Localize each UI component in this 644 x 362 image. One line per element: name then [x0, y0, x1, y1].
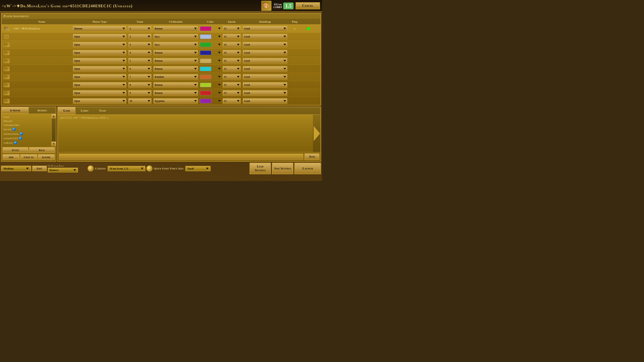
list-item[interactable]: LilRichi: [3, 141, 50, 145]
launch-button[interactable]: Launch: [294, 163, 321, 174]
civilization-dropdown[interactable]: Roman: [153, 26, 198, 31]
civilization-dropdown[interactable]: Egyptian: [153, 98, 198, 104]
tab-team[interactable]: Team: [94, 107, 111, 114]
list-item[interactable]: Coo1: [3, 115, 50, 119]
player-type-dropdown[interactable]: Open: [73, 74, 126, 80]
color-swatch[interactable]: [200, 34, 211, 39]
color-swatch[interactable]: [200, 59, 211, 63]
list-item[interactable]: kolan010203: [3, 136, 50, 141]
player-type-dropdown[interactable]: Open: [73, 98, 126, 104]
force-size-dropdown[interactable]: Small: [185, 166, 211, 171]
add-button[interactable]: Add: [3, 154, 20, 160]
color-swatch[interactable]: [200, 26, 211, 31]
handicap-dropdown[interactable]: Good: [243, 82, 287, 88]
cancel-button[interactable]: Cancel: [296, 2, 320, 9]
player-type-dropdown[interactable]: Open: [73, 34, 126, 39]
team-dropdown[interactable]: 3: [128, 42, 151, 48]
chat-input-row: Send: [58, 152, 320, 161]
list-item[interactable]: Discord: [3, 119, 50, 123]
color-swatch[interactable]: [200, 51, 211, 55]
civilization-dropdown[interactable]: Roman: [153, 58, 198, 64]
civilization-dropdown[interactable]: Inca: [153, 34, 198, 39]
edit-button[interactable]: Edit: [32, 166, 47, 171]
tab-buddies[interactable]: Buddies: [29, 107, 56, 114]
team-dropdown[interactable]: 10: [128, 98, 151, 104]
team-dropdown[interactable]: 5: [128, 58, 151, 64]
scroll-up[interactable]: ▲: [52, 114, 56, 118]
scroll-down[interactable]: ▼: [52, 142, 56, 146]
list-item[interactable]: GenialnyŻółw: [3, 123, 50, 127]
color-swatch[interactable]: [200, 91, 211, 95]
player-type-dropdown[interactable]: Open: [73, 50, 126, 56]
epoch-dropdown[interactable]: 13: [223, 58, 241, 64]
player-type-dropdown[interactable]: Open: [73, 66, 126, 72]
team-dropdown[interactable]: 2: [128, 34, 151, 39]
color-swatch[interactable]: [200, 42, 211, 47]
ignore-button[interactable]: Ignore: [38, 154, 55, 160]
civilization-dropdown[interactable]: Roman: [153, 66, 198, 72]
color-swatch[interactable]: [200, 67, 211, 71]
epoch-dropdown[interactable]: 13: [223, 74, 241, 80]
color-swatch[interactable]: [200, 75, 211, 79]
list-item[interactable]: julianyoreana: [3, 131, 50, 136]
team-dropdown[interactable]: 9: [128, 90, 151, 96]
handicap-dropdown[interactable]: Good: [243, 58, 287, 64]
civilization-dropdown[interactable]: Roman: [153, 50, 198, 56]
save-settings-button[interactable]: Save Settings: [272, 163, 293, 174]
epoch-dropdown[interactable]: 13: [223, 90, 241, 96]
team-dropdown[interactable]: 4: [128, 50, 151, 56]
player-type-dropdown[interactable]: Open: [73, 90, 126, 96]
chat-to-button[interactable]: Chat to: [20, 154, 37, 160]
kick-button[interactable]: Kick: [29, 147, 55, 153]
handicap-dropdown[interactable]: Good: [243, 74, 287, 80]
epoch-dropdown[interactable]: 13: [223, 66, 241, 72]
player-name: [12, 60, 72, 61]
color-arrow-icon: [218, 36, 221, 37]
handicap-dropdown[interactable]: Good: [243, 90, 287, 96]
tab-lobby[interactable]: Lobby: [75, 107, 94, 114]
citizens-dropdown[interactable]: 10 (no Scout, 1.5): [108, 166, 145, 171]
epoch-dropdown[interactable]: 13: [223, 50, 241, 56]
color-swatch[interactable]: [200, 83, 211, 87]
civilization-dropdown[interactable]: Random: [153, 74, 198, 80]
handicap-dropdown[interactable]: Good: [243, 50, 287, 56]
chat-input[interactable]: [59, 154, 303, 160]
send-button[interactable]: Send: [304, 153, 319, 160]
player-type-dropdown[interactable]: Open: [73, 58, 126, 64]
team-dropdown[interactable]: 7: [128, 74, 151, 80]
handicap-dropdown[interactable]: Good: [243, 98, 287, 104]
player-type-value: Open: [74, 83, 80, 86]
force-size-section: Force Size: Small: [170, 166, 211, 171]
handicap-dropdown[interactable]: Good: [243, 34, 287, 39]
team-dropdown[interactable]: 8: [128, 82, 151, 88]
team-value: 5: [130, 59, 131, 62]
player-type-dropdown[interactable]: Open: [73, 82, 126, 88]
checkbox-icon[interactable]: [5, 35, 9, 39]
civilization-dropdown[interactable]: Inca: [153, 42, 198, 48]
civilization-dropdown[interactable]: Roman: [153, 82, 198, 88]
epoch-dropdown[interactable]: 13: [223, 34, 241, 39]
epoch-dropdown[interactable]: 13: [223, 82, 241, 88]
epoch-dropdown[interactable]: 13: [223, 26, 241, 31]
color-swatch[interactable]: [200, 99, 211, 103]
epoch-dropdown[interactable]: 13: [223, 98, 241, 104]
list-item[interactable]: lmcxld: [3, 127, 50, 131]
invite-button[interactable]: Invite: [3, 147, 28, 153]
medium-dropdown[interactable]: Medium: [1, 166, 31, 171]
tab-in-room[interactable]: In Room: [2, 107, 29, 114]
on-exit-dropdown[interactable]: Remove: [48, 168, 78, 172]
team-dropdown[interactable]: 1: [128, 26, 151, 31]
handicap-dropdown[interactable]: Good: [243, 42, 287, 48]
handicap-dropdown[interactable]: Good: [243, 66, 287, 72]
tab-game[interactable]: Game: [58, 107, 75, 114]
epoch-cell: 13: [222, 66, 242, 72]
player-type-dropdown[interactable]: Open: [73, 42, 126, 48]
ping-cell: [288, 52, 301, 53]
player-type-dropdown[interactable]: Human: [73, 26, 126, 31]
handicap-dropdown[interactable]: Good: [243, 26, 287, 31]
civilization-dropdown[interactable]: Roman: [153, 90, 198, 96]
load-settings-button[interactable]: Load Settings: [250, 163, 271, 174]
row-checkbox[interactable]: [2, 34, 12, 39]
team-dropdown[interactable]: 6: [128, 66, 151, 72]
epoch-dropdown[interactable]: 13: [223, 42, 241, 48]
